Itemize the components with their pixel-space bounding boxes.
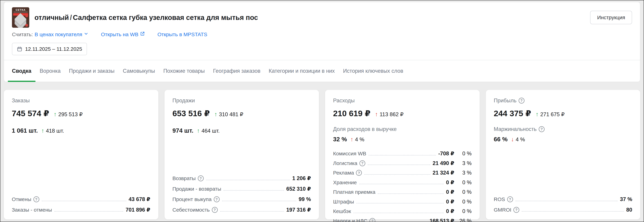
thumbnail-badge-bottom xyxy=(25,24,28,27)
row-value: 197 316 ₽ xyxy=(286,207,311,213)
row-label: Заказы - отмены xyxy=(12,207,52,213)
expenses-card: Расходы 210 619 ₽ ↑ 113 862 ₽ Доля расхо… xyxy=(325,90,480,220)
up-arrow-icon: ↑ xyxy=(375,111,378,118)
up-arrow-icon: ↑ xyxy=(350,136,353,143)
tab-svodka[interactable]: Сводка xyxy=(8,60,36,82)
profit-card-title-text: Прибыль xyxy=(494,98,516,104)
help-icon[interactable]: ? xyxy=(198,176,204,181)
orders-delta: 295 513 ₽ xyxy=(58,111,82,118)
row-label: Платная приемка xyxy=(333,189,375,195)
profit-delta: 271 675 ₽ xyxy=(540,111,564,118)
external-link-icon xyxy=(140,31,145,38)
sales-card-title: Продажи xyxy=(172,98,311,104)
row-label: Хранение xyxy=(333,180,357,186)
help-icon[interactable]: ? xyxy=(370,218,375,222)
help-icon[interactable]: ? xyxy=(214,196,220,202)
tab-voronka[interactable]: Воронка xyxy=(36,60,65,82)
expenses-card-title: Расходы xyxy=(333,98,472,104)
profit-row-gmroi: GMROI? 80 xyxy=(494,207,632,213)
row-value: 99 % xyxy=(298,196,311,202)
row-percent: 26 % xyxy=(454,218,472,222)
summary-cards: Заказы 745 574 ₽ ↑ 295 513 ₽ 1 061 шт. ↑… xyxy=(4,90,640,220)
row-label: Отмены xyxy=(12,196,31,202)
expenses-share-delta: 4 % xyxy=(355,136,364,143)
expenses-share-value: 32 % xyxy=(333,136,347,143)
tab-pohozhie-tovary[interactable]: Похожие товары xyxy=(159,60,209,82)
product-thumbnail[interactable]: СЕТКА xyxy=(12,7,29,28)
sales-value: 653 516 ₽ xyxy=(172,108,210,118)
profit-margin-delta: 4 % xyxy=(516,136,525,143)
expenses-value: 210 619 ₽ xyxy=(333,108,370,118)
row-label: Кешбэк xyxy=(333,208,351,214)
sales-units: 974 шт. xyxy=(172,127,194,134)
title-separator: / xyxy=(69,14,73,21)
row-value: 21 324 ₽ xyxy=(433,170,454,176)
row-value: 21 490 ₽ xyxy=(433,160,454,166)
sales-delta: 310 481 ₽ xyxy=(219,111,243,118)
sales-row-cost: Себестоимость? 197 316 ₽ xyxy=(172,207,311,213)
expenses-row-advertising: Реклама? 21 324 ₽ 3 % xyxy=(333,170,472,176)
expenses-row-fines: Штрафы 0 ₽ 0 % xyxy=(333,199,472,205)
date-range-value: 12.11.2025 – 11.12.2025 xyxy=(25,46,82,52)
tab-kategorii-i-pozicii[interactable]: Категории и позиции в них xyxy=(264,60,339,82)
profit-card: Прибыль ? 244 375 ₽ ↑ 271 675 ₽ Маржинал… xyxy=(486,90,640,220)
row-value: 168 513 ₽ xyxy=(430,218,454,222)
open-in-mpstats-label: Открыть в MPSTATS xyxy=(158,32,207,38)
help-icon[interactable]: ? xyxy=(539,126,544,132)
open-on-wb-label: Открыть на WB xyxy=(101,32,138,38)
orders-units: 1 061 шт. xyxy=(12,127,38,134)
count-mode-dropdown[interactable]: В ценах покупателя xyxy=(35,31,88,38)
tab-bar: Сводка Воронка Продажи и заказы Самовыку… xyxy=(4,60,640,82)
open-in-mpstats-link[interactable]: Открыть в MPSTATS xyxy=(158,32,207,38)
row-value: -708 ₽ xyxy=(438,151,454,156)
tab-geografiya-zakazov[interactable]: География заказов xyxy=(209,60,264,82)
page-title: отличный/Салфетка сетка губка узелковая … xyxy=(34,14,258,22)
profit-row-ros: ROS? 37 % xyxy=(494,196,632,202)
help-icon[interactable]: ? xyxy=(518,98,524,104)
tab-istoriya-klyuchevyh-slov[interactable]: История ключевых слов xyxy=(339,60,408,82)
help-icon[interactable]: ? xyxy=(507,196,513,202)
chevron-down-icon xyxy=(84,31,88,38)
expenses-row-storage: Хранение 0 ₽ 0 % xyxy=(333,180,472,186)
row-label: ROS xyxy=(494,196,505,202)
tab-prodazhi-i-zakazy[interactable]: Продажи и заказы xyxy=(65,60,119,82)
row-value: 80 xyxy=(626,207,632,213)
product-name: Салфетка сетка губка узелковая сетка для… xyxy=(73,14,258,21)
row-percent: 0 % xyxy=(454,189,472,195)
profit-margin-label-text: Маржинальность xyxy=(494,126,537,132)
open-on-wb-link[interactable]: Открыть на WB xyxy=(101,31,145,38)
date-range-picker[interactable]: 12.11.2025 – 11.12.2025 xyxy=(12,43,87,55)
sales-card: Продажи 653 516 ₽ ↑ 310 481 ₽ 974 шт. ↑ … xyxy=(164,90,319,220)
instruction-button[interactable]: Инструкция xyxy=(590,11,632,24)
expenses-row-wb-commission: Комиссия WB -708 ₽ 0 % xyxy=(333,151,472,157)
calendar-icon xyxy=(17,46,22,52)
help-icon[interactable]: ? xyxy=(212,207,218,213)
orders-card: Заказы 745 574 ₽ ↑ 295 513 ₽ 1 061 шт. ↑… xyxy=(4,90,158,220)
tab-samovykupy[interactable]: Самовыкупы xyxy=(119,60,159,82)
row-value: 0 ₽ xyxy=(446,208,454,214)
row-value: 1 206 ₽ xyxy=(292,176,311,181)
help-icon[interactable]: ? xyxy=(514,207,519,213)
up-arrow-icon: ↑ xyxy=(214,111,217,118)
profit-card-title: Прибыль ? xyxy=(494,98,632,104)
sales-row-minus-returns: Продажи - возвраты 652 310 ₽ xyxy=(172,186,311,192)
row-label: Штрафы xyxy=(333,199,354,205)
row-label: Процент выкупа xyxy=(172,196,212,202)
help-icon[interactable]: ? xyxy=(360,160,365,166)
help-icon[interactable]: ? xyxy=(34,196,39,202)
product-header-panel: СЕТКА отличный/Салфетка сетка губка узел… xyxy=(4,2,640,82)
row-label: GMROI xyxy=(494,207,512,213)
sales-row-buyout-percent: Процент выкупа? 99 % xyxy=(172,196,311,202)
row-label: Комиссия WB xyxy=(333,151,366,157)
profit-value: 244 375 ₽ xyxy=(494,108,531,118)
expenses-row-taxes-vat: Налоги и НДС? 168 513 ₽ 26 % xyxy=(333,218,472,222)
orders-row-cancellations: Отмены? 43 678 ₽ xyxy=(12,196,150,202)
help-icon[interactable]: ? xyxy=(356,170,362,176)
expenses-row-cashback: Кешбэк 0 ₽ 0 % xyxy=(333,208,472,214)
count-mode-label: Считать: xyxy=(12,32,33,38)
row-label: Возвраты xyxy=(172,176,196,182)
row-percent: 3 % xyxy=(454,160,472,166)
orders-value: 745 574 ₽ xyxy=(12,108,49,118)
row-value: 701 896 ₽ xyxy=(126,207,150,213)
thumbnail-subline xyxy=(14,12,28,12)
